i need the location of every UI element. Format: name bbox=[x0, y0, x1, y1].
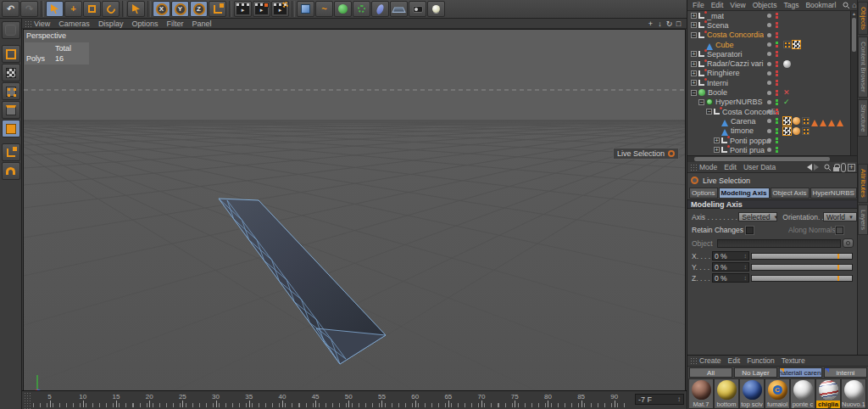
layer-tab-materiali-carena[interactable]: materiali carena bbox=[779, 367, 822, 378]
object-item[interactable]: +Ponti poppa bbox=[687, 136, 850, 145]
slider-value-field[interactable]: 0 %↕ bbox=[712, 251, 749, 261]
add-panel-icon[interactable]: + bbox=[848, 164, 855, 171]
attribute-menu-user-data[interactable]: User Data bbox=[743, 163, 776, 171]
object-menu-tags[interactable]: Tags bbox=[783, 1, 798, 9]
expander-toggle[interactable]: + bbox=[714, 137, 720, 143]
make-editable[interactable] bbox=[2, 21, 20, 39]
move-tool[interactable]: + bbox=[64, 1, 82, 17]
phong-tag-icon[interactable] bbox=[802, 117, 810, 125]
history-back-icon[interactable] bbox=[804, 164, 812, 171]
selection-tag-icon[interactable] bbox=[783, 127, 791, 135]
visibility-dots[interactable] bbox=[767, 51, 778, 57]
object-tree-vertical-scrollbar[interactable]: ▲ bbox=[850, 11, 857, 155]
texture-tag-icon[interactable] bbox=[793, 127, 800, 135]
x-tag-icon[interactable]: ✕ bbox=[783, 88, 790, 97]
material-item[interactable]: bottom bbox=[714, 378, 739, 409]
viewport-menu-view[interactable]: View bbox=[34, 20, 50, 28]
coordinate-system[interactable] bbox=[209, 1, 226, 17]
object-menu-file[interactable]: File bbox=[693, 1, 704, 9]
expander-toggle[interactable]: + bbox=[691, 80, 697, 86]
sphere-tag-icon[interactable] bbox=[783, 60, 791, 68]
object-item[interactable]: +_mat bbox=[687, 11, 850, 20]
scale-tool[interactable] bbox=[83, 1, 101, 17]
timeline-tick-cell[interactable]: 30 bbox=[199, 391, 232, 409]
check-tag-icon[interactable]: ✓ bbox=[783, 98, 790, 106]
add-spline[interactable]: ~ bbox=[315, 1, 333, 17]
visibility-dots[interactable] bbox=[767, 118, 778, 124]
search-icon[interactable] bbox=[824, 164, 832, 171]
phong-tag-icon[interactable] bbox=[783, 41, 791, 48]
timeline-tick-cell[interactable]: 60 bbox=[398, 391, 431, 409]
object-item[interactable]: +Separatori bbox=[687, 49, 850, 59]
timeline-tick-cell[interactable]: 65 bbox=[431, 391, 465, 409]
visibility-dots[interactable] bbox=[767, 90, 778, 96]
timeline-tick-cell[interactable]: 45 bbox=[299, 391, 332, 409]
side-tab-objects[interactable]: Objects bbox=[858, 2, 868, 35]
timeline-tick-cell[interactable]: 15 bbox=[99, 391, 132, 409]
panel-grip[interactable] bbox=[690, 357, 697, 364]
object-item[interactable]: Carena bbox=[687, 116, 850, 126]
timeline-tick-cell[interactable]: 70 bbox=[465, 391, 498, 409]
tri-tag-icon[interactable] bbox=[837, 116, 843, 126]
selection-tag-icon[interactable] bbox=[793, 41, 800, 48]
object-item[interactable]: timone bbox=[687, 126, 850, 136]
redo-button[interactable]: ↷ bbox=[20, 1, 38, 17]
tab-options[interactable]: Options bbox=[689, 188, 718, 199]
snap-magnet[interactable] bbox=[2, 162, 20, 180]
value-stepper[interactable]: ↕ bbox=[744, 275, 748, 281]
object-item[interactable]: Cube bbox=[687, 40, 850, 49]
object-picker-button[interactable] bbox=[843, 238, 854, 248]
tri-tag-icon[interactable] bbox=[820, 116, 826, 126]
add-primitive-cube[interactable] bbox=[297, 1, 314, 17]
timeline-tick-cell[interactable]: 85 bbox=[565, 391, 598, 409]
timeline-tick-cell[interactable]: 40 bbox=[265, 391, 298, 409]
timeline-tick-cell[interactable]: 55 bbox=[365, 391, 398, 409]
lock-x-axis[interactable]: X bbox=[153, 1, 170, 17]
expander-toggle[interactable]: − bbox=[691, 90, 697, 96]
visibility-dots[interactable] bbox=[767, 137, 778, 143]
search-icon[interactable] bbox=[843, 2, 850, 9]
visibility-dots[interactable] bbox=[767, 13, 778, 19]
add-nurbs[interactable] bbox=[334, 1, 352, 17]
material-menu-texture[interactable]: Texture bbox=[782, 356, 805, 365]
lock-z-axis[interactable]: Z bbox=[190, 1, 208, 17]
timeline-tick-cell[interactable]: 75 bbox=[498, 391, 531, 409]
material-item[interactable]: Cfumaiol bbox=[765, 378, 790, 409]
render-settings-button[interactable]: ▸ bbox=[271, 1, 289, 17]
panel-grip[interactable] bbox=[25, 20, 31, 27]
object-menu-bookmarl[interactable]: Bookmarl bbox=[805, 1, 836, 9]
timeline-tick-cell[interactable]: 80 bbox=[531, 391, 565, 409]
visibility-dots[interactable] bbox=[767, 128, 778, 134]
texture-tag-icon[interactable] bbox=[793, 117, 800, 125]
value-stepper[interactable]: ↕ bbox=[744, 253, 748, 259]
material-menu-edit[interactable]: Edit bbox=[728, 356, 741, 365]
timeline-tick-cell[interactable]: 25 bbox=[166, 391, 199, 409]
last-used-tool[interactable] bbox=[127, 1, 145, 17]
visibility-dots[interactable] bbox=[767, 22, 778, 28]
orientation-dropdown[interactable]: World▼ bbox=[823, 212, 857, 221]
value-stepper[interactable]: ↕ bbox=[744, 264, 748, 270]
timeline-tick-cell[interactable]: 10 bbox=[66, 391, 99, 409]
object-item[interactable]: +Scena bbox=[687, 20, 850, 30]
object-item[interactable]: −Costa Concordia bbox=[687, 107, 850, 116]
material-item[interactable]: ponte c bbox=[790, 378, 815, 409]
timeline-tick-cell[interactable]: 50 bbox=[332, 391, 365, 409]
expander-toggle[interactable]: + bbox=[691, 22, 697, 28]
viewport-canvas[interactable]: Perspective Total Polys 16 Live Selectio… bbox=[23, 29, 686, 391]
live-selection-tool[interactable] bbox=[46, 1, 64, 17]
tri-tag-icon[interactable] bbox=[828, 116, 835, 126]
material-item[interactable]: Nuovo.1 bbox=[841, 378, 866, 409]
layer-tab-all[interactable]: All bbox=[689, 367, 732, 378]
timeline-grip[interactable] bbox=[24, 392, 31, 409]
selection-tag-icon[interactable] bbox=[783, 117, 791, 125]
point-mode[interactable] bbox=[2, 82, 20, 100]
add-modeling-object[interactable] bbox=[353, 1, 370, 17]
visibility-dots[interactable] bbox=[767, 70, 778, 76]
render-region-button[interactable]: ▸ bbox=[253, 1, 270, 17]
expander-toggle[interactable]: − bbox=[691, 32, 697, 38]
timeline-tick-cell[interactable]: 20 bbox=[133, 391, 166, 409]
side-tab-content-browser[interactable]: Content Browser bbox=[858, 36, 868, 98]
object-item[interactable]: +Ponti prua bbox=[687, 145, 850, 154]
tab-object-axis[interactable]: Object Axis bbox=[771, 188, 810, 199]
expander-toggle[interactable]: + bbox=[714, 147, 720, 153]
